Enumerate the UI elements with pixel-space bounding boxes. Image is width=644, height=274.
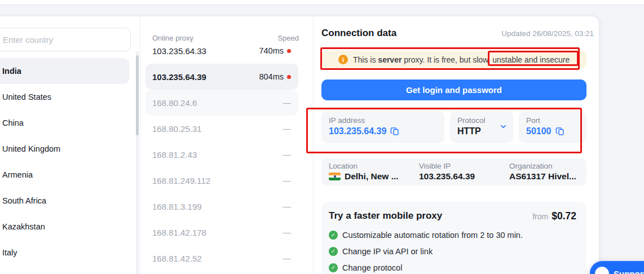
proxy-list: 103.235.64.33740ms103.235.64.39804ms168.…: [140, 38, 313, 271]
mobile-proxy-upsell-card: Try a faster mobile proxy from$0.72 ✓Cus…: [321, 202, 586, 274]
connection-header: Connection data Updated 26/08/2025, 03:2…: [321, 28, 594, 39]
copy-port-icon[interactable]: [555, 127, 564, 136]
proxy-row[interactable]: 168.81.42.178—: [145, 219, 298, 245]
proxy-speed: —: [283, 228, 292, 237]
location-value: Delhi, New ...: [345, 171, 399, 182]
location-label: Location: [329, 162, 419, 170]
feature-item: ✓Change protocol: [329, 262, 576, 273]
check-icon: ✓: [329, 231, 338, 240]
ip-address-label: IP address: [329, 116, 437, 125]
feature-item: ✓Customizable automatic rotation from 2 …: [329, 229, 576, 241]
upsell-price: from$0.72: [532, 210, 576, 222]
proxy-speed: 804ms: [259, 72, 291, 81]
support-button[interactable]: Support: [590, 261, 644, 274]
feature-list: ✓Customizable automatic rotation from 2 …: [329, 229, 576, 273]
proxy-row[interactable]: 168.81.2.43—: [145, 142, 298, 167]
sidebar-item-armenia[interactable]: Armenia: [0, 162, 129, 188]
support-button-label: Support: [614, 269, 644, 274]
proxy-ip: 168.81.3.199: [152, 202, 283, 211]
connection-fields: IP address 103.235.64.39 Protocol HTTP: [321, 111, 586, 143]
column-online-proxy: Online proxy: [152, 34, 193, 42]
copy-ip-icon[interactable]: [390, 127, 399, 136]
sidebar-item-united-kingdom[interactable]: United Kingdom: [0, 136, 129, 162]
warning-text: This is server proxy. It is free, but sl…: [353, 55, 570, 64]
proxy-row[interactable]: 168.80.24.6—: [145, 90, 298, 116]
sidebar-scrollbar-thumb[interactable]: [136, 55, 139, 135]
check-icon: ✓: [329, 263, 338, 272]
online-dot-icon: [287, 49, 291, 53]
sidebar-item-italy[interactable]: Italy: [0, 240, 129, 266]
port-card: Port 50100: [519, 111, 586, 143]
port-value: 50100: [526, 126, 552, 136]
proxy-ip: 168.81.2.43: [152, 150, 283, 160]
proxy-speed: —: [283, 254, 292, 263]
chevron-down-icon[interactable]: [499, 122, 508, 133]
sidebar-item-kazakhstan[interactable]: Kazakhstan: [0, 214, 129, 240]
protocol-card[interactable]: Protocol HTTP: [450, 111, 513, 143]
proxy-list-panel: Online proxy Speed 103.235.64.33740ms103…: [140, 16, 314, 274]
visible-ip-column: Visible IP 103.235.64.39: [419, 162, 509, 185]
warning-banner: i This is server proxy. It is free, but …: [321, 50, 586, 69]
search-input[interactable]: [0, 28, 131, 51]
ip-address-card: IP address 103.235.64.39: [321, 111, 444, 143]
proxy-speed: —: [283, 202, 292, 211]
proxy-row[interactable]: 168.80.25.31—: [145, 116, 298, 142]
sidebar-item-india[interactable]: India: [0, 58, 129, 84]
sidebar-item-united-states[interactable]: United States: [0, 84, 129, 110]
country-list: IndiaUnited StatesChinaUnited KingdomArm…: [0, 58, 140, 266]
proxy-app-screen: IndiaUnited StatesChinaUnited KingdomArm…: [0, 0, 644, 274]
proxy-ip: 168.81.42.52: [152, 254, 283, 263]
feature-text: Customizable automatic rotation from 2 t…: [342, 231, 523, 240]
proxy-speed: —: [283, 150, 292, 159]
online-dot-icon: [287, 75, 291, 79]
location-column: Location Delhi, New ...: [329, 162, 419, 185]
visible-ip-value: 103.235.64.39: [419, 171, 509, 182]
proxy-ip: 103.235.64.33: [152, 46, 259, 56]
proxy-speed: —: [283, 98, 292, 107]
organization-value: AS61317 Hivel...: [509, 171, 579, 182]
main-card: IndiaUnited StatesChinaUnited KingdomArm…: [0, 16, 599, 274]
proxy-row[interactable]: 168.81.249.112—: [145, 167, 298, 193]
proxy-ip: 168.81.249.112: [152, 176, 283, 185]
updated-timestamp: Updated 26/08/2025, 03:21: [501, 29, 594, 38]
proxy-speed: —: [283, 124, 292, 133]
feature-text: Change IP via API or link: [342, 247, 433, 256]
feature-text: Change protocol: [342, 263, 402, 272]
organization-label: Organization: [509, 162, 579, 170]
connection-panel: Connection data Updated 26/08/2025, 03:2…: [314, 16, 599, 274]
support-chat-icon: [595, 267, 609, 274]
proxy-row[interactable]: 168.81.3.199—: [145, 193, 298, 219]
protocol-value: HTTP: [457, 126, 481, 136]
proxy-speed: 740ms: [259, 46, 291, 55]
proxy-ip: 168.80.25.31: [152, 124, 283, 134]
check-icon: ✓: [329, 247, 338, 256]
top-strip: [0, 0, 644, 5]
info-icon: i: [338, 55, 348, 64]
organization-column: Organization AS61317 Hivel...: [509, 162, 579, 185]
connection-info-card: Location Delhi, New ... Visible IP 103.2…: [321, 158, 586, 185]
proxy-ip: 103.235.64.39: [152, 72, 259, 82]
sidebar-item-china[interactable]: China: [0, 110, 129, 136]
page-title: Connection data: [321, 28, 396, 39]
column-speed: Speed: [277, 34, 299, 42]
port-label: Port: [526, 116, 579, 125]
proxy-speed: —: [283, 176, 292, 185]
proxy-row[interactable]: 168.81.42.52—: [145, 245, 298, 271]
feature-item: ✓Change IP via API or link: [329, 245, 576, 257]
proxy-row[interactable]: 103.235.64.39804ms: [145, 64, 298, 90]
country-sidebar: IndiaUnited StatesChinaUnited KingdomArm…: [0, 16, 140, 274]
india-flag-icon: [329, 173, 341, 180]
visible-ip-label: Visible IP: [419, 162, 509, 170]
ip-address-value: 103.235.64.39: [329, 126, 386, 136]
proxy-ip: 168.81.42.178: [152, 228, 283, 237]
get-login-button[interactable]: Get login and password: [321, 79, 586, 100]
upsell-title: Try a faster mobile proxy: [329, 210, 442, 222]
proxy-ip: 168.80.24.6: [152, 98, 283, 108]
sidebar-item-south-africa[interactable]: South Africa: [0, 188, 129, 214]
